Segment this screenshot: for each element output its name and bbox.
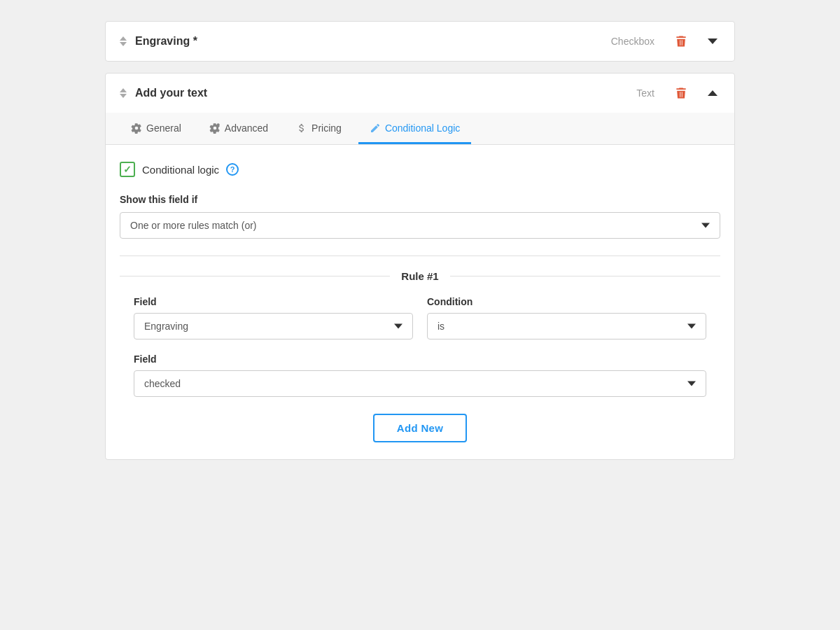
add-new-button[interactable]: Add New: [373, 414, 467, 442]
tab-pricing-label: Pricing: [312, 122, 342, 134]
rule-line-right: [450, 276, 720, 276]
add-text-sort-icon[interactable]: [120, 88, 127, 98]
add-text-collapse-button[interactable]: [705, 88, 720, 99]
conditional-logic-checkbox[interactable]: ✓: [120, 162, 135, 177]
main-container: Engraving * Checkbox Add your text Text: [105, 21, 735, 460]
add-text-delete-button[interactable]: [671, 83, 691, 103]
pencil-ruler-icon: [370, 122, 381, 134]
check-mark-icon: ✓: [123, 164, 132, 175]
conditional-logic-content: ✓ Conditional logic ? Show this field if…: [106, 145, 734, 459]
gear-advanced-icon: [209, 122, 220, 134]
dollar-icon: [296, 122, 307, 134]
add-text-type: Text: [636, 88, 654, 99]
engraving-sort-icon[interactable]: [120, 36, 127, 46]
value-field-group: Field checked: [120, 354, 720, 397]
show-field-label: Show this field if: [120, 194, 720, 205]
rule-header: Rule #1: [120, 270, 720, 282]
field-condition-row: Field Engraving Condition is: [120, 296, 720, 340]
tab-general[interactable]: General: [120, 113, 192, 144]
condition-label: Condition: [427, 296, 706, 307]
engraving-title: Engraving *: [135, 35, 603, 48]
engraving-delete-button[interactable]: [671, 31, 691, 51]
field-group: Field Engraving: [134, 296, 413, 340]
tab-advanced[interactable]: Advanced: [198, 113, 279, 144]
value-group: Field checked: [134, 354, 706, 397]
tab-advanced-label: Advanced: [225, 122, 268, 134]
add-text-title: Add your text: [135, 87, 628, 99]
rule-section: Rule #1 Field Engraving Condition: [120, 255, 720, 397]
tab-pricing[interactable]: Pricing: [285, 113, 353, 144]
trash-icon-2: [674, 86, 688, 100]
condition-group: Condition is: [427, 296, 706, 340]
match-dropdown-wrapper[interactable]: One or more rules match (or): [120, 212, 720, 239]
engraving-type: Checkbox: [611, 36, 654, 47]
help-icon[interactable]: ?: [226, 163, 239, 176]
engraving-card: Engraving * Checkbox: [105, 21, 735, 62]
value-label: Field: [134, 354, 706, 365]
tab-conditional-logic-label: Conditional Logic: [385, 122, 460, 134]
add-text-row-header: Add your text Text: [106, 74, 734, 113]
match-dropdown-display: One or more rules match (or): [120, 213, 720, 238]
tab-general-label: General: [146, 122, 181, 134]
tab-conditional-logic[interactable]: Conditional Logic: [358, 113, 471, 144]
rule-line-left: [120, 276, 390, 276]
conditional-logic-label: Conditional logic: [142, 164, 219, 176]
engraving-row-header: Engraving * Checkbox: [106, 22, 734, 61]
add-text-card: Add your text Text General: [105, 73, 735, 460]
condition-dropdown-display: is: [428, 314, 706, 339]
rule-title: Rule #1: [401, 270, 438, 282]
engraving-collapse-button[interactable]: [705, 36, 720, 47]
value-dropdown-wrapper[interactable]: checked: [134, 370, 706, 397]
field-dropdown-wrapper[interactable]: Engraving: [134, 313, 413, 340]
svg-point-0: [216, 123, 219, 126]
value-dropdown-display: checked: [134, 371, 706, 396]
chevron-down-icon: [708, 38, 718, 44]
field-dropdown-display: Engraving: [134, 314, 412, 339]
condition-dropdown-wrapper[interactable]: is: [427, 313, 706, 340]
field-label: Field: [134, 296, 413, 307]
tabs-bar: General Advanced Pricing Conditional: [106, 113, 734, 145]
gear-icon: [131, 122, 142, 134]
conditional-logic-checkbox-row: ✓ Conditional logic ?: [120, 162, 720, 177]
chevron-up-icon: [708, 90, 718, 96]
trash-icon: [674, 34, 688, 48]
